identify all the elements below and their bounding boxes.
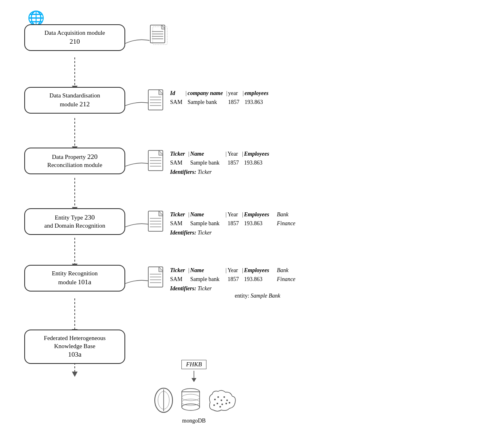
globe-icon: 🌐 xyxy=(27,10,44,26)
mongodb-icon xyxy=(152,386,176,414)
mongodb-label: mongoDB xyxy=(182,418,206,424)
module-4-label: Entity Type 230and Domain Recognition xyxy=(44,214,105,229)
svg-point-61 xyxy=(223,396,225,398)
card-2-content: Id | company name | year | employees SAM… xyxy=(170,89,271,107)
card-4-identifiers: Identifiers: Ticker xyxy=(170,228,298,237)
card-3-val-name: Sample bank xyxy=(190,158,222,167)
card-3-val-employees: 193.863 xyxy=(244,158,272,167)
card-3: Ticker | Name | Year | Employees SAM Sam… xyxy=(147,150,272,177)
svg-marker-49 xyxy=(192,378,196,382)
module-2-number: 212 xyxy=(80,100,90,108)
card-3-val-year: 1857 xyxy=(227,158,241,167)
card-5-content: Ticker | Name | Year | Employees Bank SA… xyxy=(170,266,298,301)
module-box-4: Entity Type 230and Domain Recognition xyxy=(24,208,125,235)
module-entity-type: Entity Type 230and Domain Recognition xyxy=(24,208,125,235)
fhkb-label: FHKB xyxy=(181,360,206,369)
doc-icon-4 xyxy=(147,210,167,233)
svg-point-59 xyxy=(217,396,219,398)
module-2-label: Data Standardisationmodule xyxy=(49,92,100,108)
svg-point-58 xyxy=(214,399,216,400)
card-5-col-year: Year xyxy=(227,266,241,275)
module-box-3: Data Property 220Reconciliation module xyxy=(24,148,125,174)
module-3-label: Data Property 220Reconciliation module xyxy=(47,154,102,168)
card-5-val-employees: 193.863 xyxy=(244,275,272,284)
module-1-label: Data Acquisition module xyxy=(44,30,105,36)
card-2-val-id: SAM xyxy=(170,98,185,107)
card-1 xyxy=(149,24,169,49)
card-3-identifiers: Identifiers: Ticker xyxy=(170,168,272,177)
doc-icon-3 xyxy=(147,150,167,172)
database-icon xyxy=(180,386,202,414)
card-4-val-finance: Finance xyxy=(277,219,298,228)
doc-icon-5 xyxy=(147,266,167,289)
svg-point-55 xyxy=(182,404,200,410)
svg-point-67 xyxy=(213,404,215,406)
module-6-number: 103a xyxy=(68,351,81,358)
card-2-val-year: 1857 xyxy=(228,98,242,107)
card-5-val-ticker: SAM xyxy=(170,275,187,284)
module-data-property: Data Property 220Reconciliation module xyxy=(24,148,125,174)
card-3-content: Ticker | Name | Year | Employees SAM Sam… xyxy=(170,150,272,177)
svg-point-64 xyxy=(221,404,223,405)
svg-point-66 xyxy=(219,406,221,408)
module-entity-recognition: Entity Recognitionmodule 101a xyxy=(24,265,125,292)
svg-marker-16 xyxy=(72,372,78,377)
card-2-col-id: Id xyxy=(170,89,185,98)
fhkb-arrow xyxy=(190,371,198,383)
card-4-col-name: Name xyxy=(190,210,222,219)
card-2: Id | company name | year | employees SAM… xyxy=(147,89,271,112)
module-fhkb: Federated HeterogeneousKnowledge Base 10… xyxy=(24,330,125,364)
fhkb-section: FHKB xyxy=(152,360,236,424)
card-4: Ticker | Name | Year | Employees Bank SA… xyxy=(147,210,298,237)
card-4-col-bank: Bank xyxy=(277,210,298,219)
card-4-col-ticker: Ticker xyxy=(170,210,187,219)
card-5-col-employees: Employees xyxy=(244,266,272,275)
module-box-6: Federated HeterogeneousKnowledge Base 10… xyxy=(24,330,125,364)
module-box-2: Data Standardisationmodule 212 xyxy=(24,87,125,114)
card-3-col-employees: Employees xyxy=(244,150,272,158)
card-5-col-name: Name xyxy=(190,266,222,275)
fhkb-icons-row xyxy=(152,386,236,414)
card-5-val-name: Sample bank xyxy=(190,275,222,284)
card-2-col-year: year xyxy=(228,89,242,98)
doc-icon-2 xyxy=(147,89,167,112)
diagram-container: 🌐 Data Acquisition module 210 Data Stand… xyxy=(12,8,489,441)
card-3-col-year: Year xyxy=(227,150,241,158)
card-5-val-year: 1857 xyxy=(227,275,241,284)
card-4-col-employees: Employees xyxy=(244,210,272,219)
card-4-val-year: 1857 xyxy=(227,219,241,228)
card-4-val-employees: 193.863 xyxy=(244,219,272,228)
card-4-col-year: Year xyxy=(227,210,241,219)
card-4-val-name: Sample bank xyxy=(190,219,222,228)
svg-point-68 xyxy=(229,402,230,404)
card-4-val-ticker: SAM xyxy=(170,219,187,228)
card-5-val-finance: Finance xyxy=(277,275,298,284)
card-4-content: Ticker | Name | Year | Employees Bank SA… xyxy=(170,210,298,237)
card-5: Ticker | Name | Year | Employees Bank SA… xyxy=(147,266,298,301)
svg-point-62 xyxy=(226,399,228,401)
card-2-col-employees: employees xyxy=(244,89,271,98)
module-5-number: 101a xyxy=(78,278,91,286)
card-5-col-bank: Bank xyxy=(277,266,298,275)
card-5-col-ticker: Ticker xyxy=(170,266,187,275)
card-2-val-company: Sample bank xyxy=(187,98,225,107)
doc-icon-1 xyxy=(149,24,169,47)
card-2-col-company: company name xyxy=(187,89,225,98)
module-1-number: 210 xyxy=(69,38,80,45)
module-box-5: Entity Recognitionmodule 101a xyxy=(24,265,125,292)
card-2-val-employees: 193.863 xyxy=(244,98,271,107)
svg-point-65 xyxy=(225,403,227,404)
card-3-val-ticker: SAM xyxy=(170,158,187,167)
card-3-col-ticker: Ticker xyxy=(170,150,187,158)
card-5-entity: entity: Sample Bank xyxy=(235,292,298,300)
svg-point-63 xyxy=(217,403,218,404)
svg-point-60 xyxy=(221,399,222,401)
module-6-label: Federated HeterogeneousKnowledge Base xyxy=(44,335,106,349)
card-3-col-name: Name xyxy=(190,150,222,158)
module-data-acquisition: 🌐 Data Acquisition module 210 xyxy=(24,24,125,51)
blob-icon xyxy=(206,388,236,414)
module-box-1: Data Acquisition module 210 xyxy=(24,24,125,51)
module-data-standardisation: Data Standardisationmodule 212 xyxy=(24,87,125,114)
